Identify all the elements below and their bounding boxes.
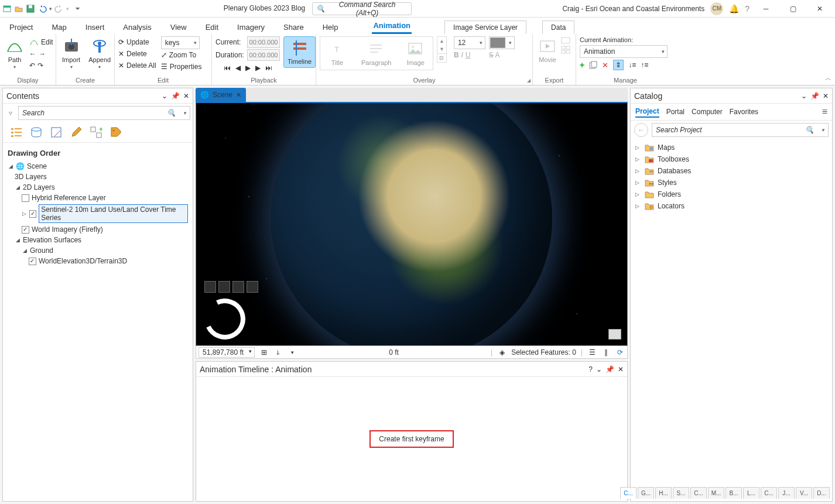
autohide-icon[interactable]: 📌 bbox=[171, 92, 180, 100]
catalog-item-databases[interactable]: ▷Databases bbox=[635, 165, 827, 177]
list-by-snapping-icon[interactable]: + bbox=[90, 126, 102, 139]
menu-edit[interactable]: Edit bbox=[204, 20, 220, 34]
open-project-icon[interactable] bbox=[14, 4, 23, 13]
delete-animation-icon[interactable]: ✕ bbox=[602, 61, 608, 70]
animation-dropdown[interactable]: Animation bbox=[580, 45, 668, 58]
pause-drawing-icon[interactable]: ∥ bbox=[601, 348, 611, 357]
close-panel-icon[interactable]: ✕ bbox=[618, 365, 624, 373]
list-by-labeling-icon[interactable] bbox=[109, 126, 122, 139]
expand-icon[interactable]: ▷ bbox=[635, 203, 641, 209]
dock-tab[interactable]: V... bbox=[796, 487, 812, 499]
help-icon[interactable]: ? bbox=[588, 365, 593, 373]
catalog-item-toolboxes[interactable]: ▷Toolboxes bbox=[635, 153, 827, 165]
menu-view[interactable]: View bbox=[169, 20, 188, 34]
expand-icon[interactable]: ▷ bbox=[635, 168, 641, 174]
scene-view[interactable] bbox=[196, 102, 628, 346]
tree-node-terrain[interactable]: WorldElevation3D/Terrain3D bbox=[29, 256, 188, 266]
overlay-title-button[interactable]: TTitle bbox=[326, 39, 348, 67]
menu-imagery[interactable]: Imagery bbox=[236, 20, 266, 34]
path-button[interactable]: Path ▾ bbox=[4, 36, 26, 71]
color-dropdown[interactable] bbox=[489, 36, 515, 49]
basemap-icon[interactable] bbox=[608, 329, 621, 340]
gallery-more-icon[interactable]: ⊟ bbox=[437, 53, 446, 62]
snapping-icon[interactable]: ⫰ bbox=[273, 348, 283, 357]
expand-v-icon[interactable]: ⇕ bbox=[613, 60, 624, 70]
close-panel-icon[interactable]: ✕ bbox=[823, 92, 829, 100]
menu-animation[interactable]: Animation bbox=[372, 19, 412, 34]
underline-icon[interactable]: U bbox=[466, 51, 471, 59]
catalog-tab-computer[interactable]: Computer bbox=[692, 107, 723, 117]
checkbox[interactable] bbox=[29, 210, 36, 218]
catalog-search-input[interactable]: Search Project🔍 bbox=[652, 123, 829, 137]
undo-icon[interactable] bbox=[37, 4, 47, 13]
scale-dropdown[interactable]: 51,897,780 ft bbox=[199, 347, 255, 358]
append-button[interactable]: Append ▾ bbox=[86, 36, 113, 71]
scene-tab[interactable]: 🌐 Scene ✕ bbox=[196, 88, 246, 102]
expand-icon[interactable]: ▷ bbox=[635, 191, 641, 197]
command-search-input[interactable]: 🔍 Command Search (Alt+Q) bbox=[312, 2, 412, 15]
tree-node-ground[interactable]: ◢Ground bbox=[22, 245, 188, 256]
expand-icon[interactable]: ▷ bbox=[22, 211, 27, 217]
new-project-icon[interactable] bbox=[2, 4, 12, 13]
menu-help[interactable]: Help bbox=[321, 20, 340, 34]
step-back-icon[interactable]: ◀ bbox=[235, 64, 241, 72]
expand-icon[interactable]: ▷ bbox=[635, 180, 641, 186]
duplicate-animation-icon[interactable] bbox=[589, 61, 597, 69]
checkbox[interactable] bbox=[29, 258, 36, 265]
movie-button[interactable]: Movie bbox=[536, 36, 559, 64]
expand-icon[interactable]: ▷ bbox=[635, 156, 641, 162]
zoom-to-button[interactable]: ⤢Zoom To bbox=[161, 49, 202, 61]
tree-node-sentinel[interactable]: ▷Sentinel-2 10m Land Use/Land Cover Time… bbox=[22, 203, 188, 224]
nav-tool-2[interactable] bbox=[218, 281, 230, 293]
qat-customize-icon[interactable]: ⏷ bbox=[75, 5, 81, 12]
catalog-item-styles[interactable]: ▷Styles bbox=[635, 177, 827, 188]
dock-tab[interactable]: L... bbox=[743, 487, 759, 499]
catalog-tab-portal[interactable]: Portal bbox=[666, 107, 685, 117]
refresh-icon[interactable]: ⟳ bbox=[615, 348, 625, 357]
update-button[interactable]: ⟳Update bbox=[118, 36, 156, 48]
nav-tool-4[interactable] bbox=[247, 281, 258, 293]
dock-tab[interactable]: S... bbox=[673, 487, 689, 499]
back-button[interactable]: ← bbox=[634, 123, 648, 137]
gallery-down-icon[interactable]: ▼ bbox=[437, 45, 446, 53]
sort-asc-icon[interactable]: ↓≡ bbox=[628, 61, 636, 69]
tree-node-hybrid[interactable]: Hybrid Reference Layer bbox=[22, 193, 188, 203]
gallery-up-icon[interactable]: ▲ bbox=[437, 37, 446, 45]
overlay-image-button[interactable]: Image bbox=[404, 39, 427, 67]
help-icon[interactable]: ? bbox=[745, 4, 750, 13]
catalog-tab-favorites[interactable]: Favorites bbox=[730, 107, 758, 117]
dock-tab[interactable]: C... bbox=[690, 487, 707, 499]
menu-analysis[interactable]: Analysis bbox=[122, 20, 152, 34]
menu-map[interactable]: Map bbox=[50, 20, 67, 34]
notifications-icon[interactable]: 🔔 bbox=[729, 4, 739, 13]
save-icon[interactable] bbox=[26, 4, 35, 13]
redo-dropdown-icon[interactable]: ▾ bbox=[66, 6, 69, 12]
menu-insert[interactable]: Insert bbox=[84, 20, 106, 34]
undo-dropdown-icon[interactable]: ▾ bbox=[49, 6, 52, 12]
user-label[interactable]: Craig - Esri Ocean and Coastal Environme… bbox=[562, 5, 704, 13]
minimize-button[interactable]: ─ bbox=[753, 1, 779, 17]
list-selection-icon[interactable]: ☰ bbox=[587, 348, 597, 357]
collapse-ribbon-icon[interactable]: ︿ bbox=[825, 74, 831, 83]
delete-all-button[interactable]: ✕Delete All bbox=[118, 60, 156, 71]
film-icon[interactable] bbox=[561, 36, 570, 44]
current-time-input[interactable]: 00:00.000 bbox=[247, 36, 280, 48]
nav-tool-1[interactable] bbox=[204, 281, 216, 293]
catalog-tab-project[interactable]: Project bbox=[635, 106, 659, 118]
strikethrough-icon[interactable]: S̶ bbox=[489, 51, 494, 59]
edit-path-button[interactable]: Edit bbox=[29, 36, 53, 48]
list-by-drawing-order-icon[interactable] bbox=[10, 126, 23, 139]
options-icon[interactable]: ⌄ bbox=[162, 92, 167, 100]
tree-node-2d-layers[interactable]: ◢2D Layers bbox=[15, 182, 188, 193]
bold-icon[interactable]: B bbox=[454, 51, 459, 59]
rotate-right-icon[interactable]: ↷ bbox=[37, 61, 43, 70]
add-animation-icon[interactable]: + bbox=[580, 60, 584, 70]
play-icon[interactable]: ▶ bbox=[245, 64, 251, 72]
tree-node-firefly[interactable]: World Imagery (Firefly) bbox=[22, 224, 188, 235]
font-size-dropdown[interactable]: 12 bbox=[454, 36, 485, 49]
collapse-icon[interactable]: ◢ bbox=[8, 163, 13, 169]
nav-tool-3[interactable] bbox=[232, 281, 244, 293]
overlay-paragraph-button[interactable]: Paragraph bbox=[359, 39, 393, 67]
collapse-icon[interactable]: ◢ bbox=[22, 248, 28, 253]
duration-time-input[interactable]: 00:00.000 bbox=[247, 49, 280, 61]
